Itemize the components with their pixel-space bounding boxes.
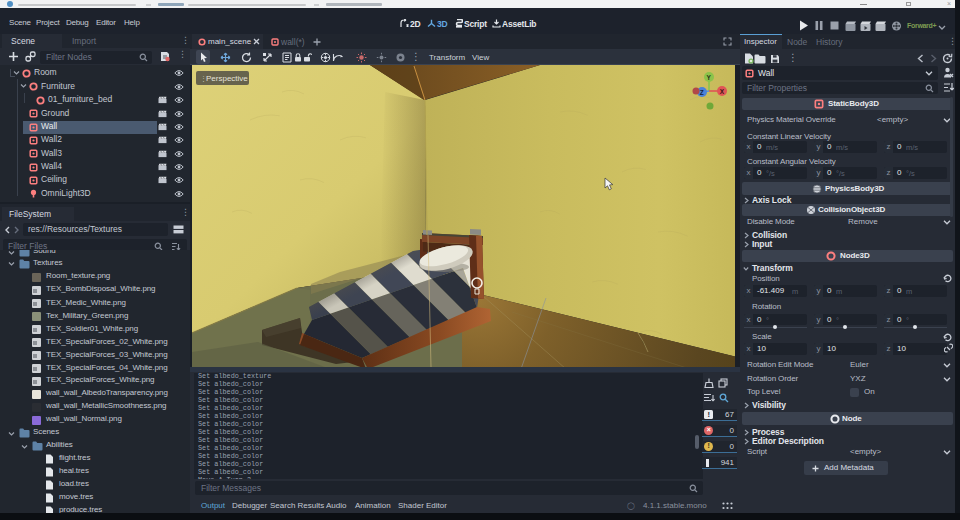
svg-text:Y: Y — [707, 74, 712, 81]
svg-text:X: X — [720, 88, 725, 95]
svg-text:Z: Z — [700, 89, 704, 96]
svg-text:⋮: ⋮ — [200, 75, 207, 82]
svg-text:Perspective: Perspective — [206, 74, 248, 83]
